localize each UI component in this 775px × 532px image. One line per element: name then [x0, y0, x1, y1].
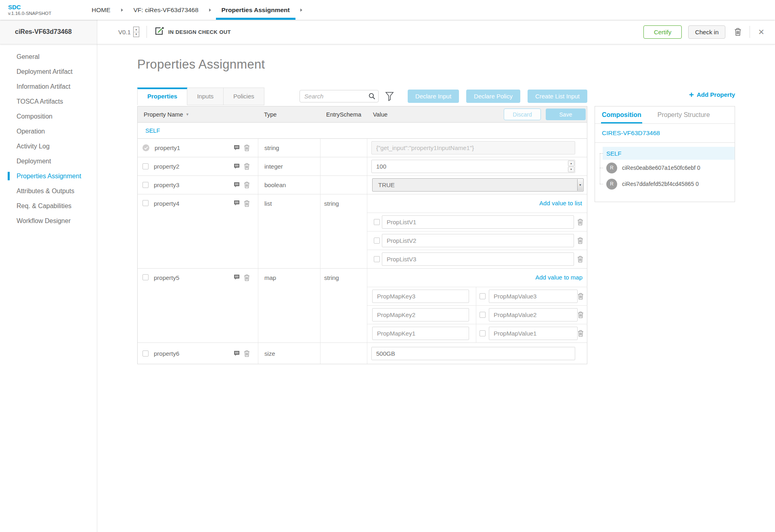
property-entryschema: string	[320, 194, 367, 268]
sdc-logo[interactable]: SDC v.1.16.0-SNAPSHOT	[8, 4, 75, 16]
comment-icon[interactable]	[234, 182, 240, 188]
sidebar-item-operation[interactable]: Operation	[0, 124, 97, 139]
tree-connector	[600, 153, 600, 184]
delete-property-icon[interactable]	[244, 200, 250, 207]
value-input[interactable]	[371, 347, 575, 360]
sidebar-item-activity-log[interactable]: Activity Log	[0, 139, 97, 154]
checkin-button[interactable]: Check in	[688, 25, 725, 39]
tab-inputs[interactable]: Inputs	[187, 88, 224, 105]
property-name-cell: property4	[138, 194, 258, 268]
delete-list-value-icon[interactable]	[577, 237, 583, 244]
delete-map-value-icon[interactable]	[578, 330, 584, 337]
tree-node-instance[interactable]: RciRes7ddafefd52bf4cd45865 0	[595, 176, 735, 192]
delete-property-icon[interactable]	[244, 163, 250, 170]
close-icon[interactable]: ✕	[758, 27, 765, 37]
filter-icon[interactable]	[385, 92, 394, 101]
sidebar-item-general[interactable]: General	[0, 49, 97, 64]
search-icon[interactable]	[369, 93, 375, 101]
map-value-checkbox[interactable]	[480, 293, 486, 299]
save-button[interactable]: Save	[546, 108, 586, 120]
column-property-name[interactable]: Property Name ▾	[138, 106, 258, 122]
delete-map-value-icon[interactable]	[578, 293, 584, 300]
add-value-to-map-link[interactable]: Add value to map	[535, 274, 582, 281]
spinner-down-icon[interactable]: ▼	[568, 167, 574, 172]
property-name-cell: property5	[138, 269, 258, 342]
comment-icon[interactable]	[234, 163, 240, 169]
tree-node-instance[interactable]: RciRes0eab8e607a1e50fc6ebf 0	[595, 160, 735, 176]
breadcrumb-item[interactable]: Properties Assignment	[216, 0, 295, 20]
tree-node-self[interactable]: SELF	[603, 147, 735, 160]
breadcrumb-item[interactable]: HOME	[86, 0, 116, 20]
row-checkbox[interactable]	[142, 163, 149, 169]
sidebar-item-attributes-outputs[interactable]: Attributes & Outputs	[0, 184, 97, 198]
sidebar-item-composition[interactable]: Composition	[0, 109, 97, 124]
list-value-input[interactable]	[382, 252, 574, 266]
discard-button[interactable]: Discard	[504, 108, 541, 120]
delete-property-icon[interactable]	[244, 144, 250, 151]
sidebar-item-properties-assignment[interactable]: Properties Assignment	[0, 169, 97, 184]
map-value-input[interactable]	[489, 290, 578, 303]
add-value-to-list-link[interactable]: Add value to list	[539, 200, 582, 207]
property-name-label: property2	[154, 163, 179, 170]
comment-icon[interactable]	[234, 200, 240, 206]
delete-property-icon[interactable]	[244, 350, 250, 357]
list-value-checkbox[interactable]	[374, 256, 380, 262]
list-value-input[interactable]	[382, 234, 574, 247]
add-property-button[interactable]: + Add Property	[689, 90, 735, 99]
list-value-input[interactable]	[382, 215, 574, 229]
delete-property-icon[interactable]	[244, 274, 250, 281]
breadcrumb-item[interactable]: VF: ciRes-VF63d73468	[128, 0, 204, 20]
list-value-row	[367, 213, 587, 231]
sidebar-item-deployment[interactable]: Deployment	[0, 154, 97, 169]
delete-property-icon[interactable]	[244, 182, 250, 188]
delete-list-value-icon[interactable]	[577, 219, 583, 225]
tab-policies[interactable]: Policies	[224, 88, 264, 105]
tab-properties[interactable]: Properties	[137, 88, 187, 105]
search-input[interactable]	[300, 90, 379, 102]
declare-input-button[interactable]: Declare Input	[408, 90, 459, 103]
delete-map-value-icon[interactable]	[578, 311, 584, 318]
comment-icon[interactable]	[234, 274, 240, 280]
properties-table: Property Name ▾ Type EntrySchema Value D…	[137, 106, 587, 364]
delete-icon[interactable]	[734, 28, 741, 36]
panel-tab-property-structure[interactable]: Property Structure	[658, 106, 710, 123]
sidebar-item-tosca-artifacts[interactable]: TOSCA Artifacts	[0, 94, 97, 109]
list-value-checkbox[interactable]	[374, 219, 380, 225]
delete-list-value-icon[interactable]	[577, 256, 583, 263]
comment-icon[interactable]	[234, 350, 240, 357]
row-checkbox[interactable]	[142, 350, 149, 357]
row-checkbox[interactable]	[142, 200, 149, 206]
spinner-up-icon[interactable]: ▲	[568, 161, 574, 166]
map-value-input[interactable]	[489, 327, 578, 340]
row-checkbox[interactable]	[142, 274, 149, 280]
map-key-input[interactable]	[372, 327, 469, 340]
panel-tab-composition[interactable]: Composition	[602, 106, 641, 123]
property-type: map	[258, 269, 320, 342]
sidebar-item-req-capabilities[interactable]: Req. & Capabilities	[0, 198, 97, 213]
property-entryschema	[320, 139, 367, 157]
create-list-input-button[interactable]: Create List Input	[528, 90, 587, 103]
sidebar-item-deployment-artifact[interactable]: Deployment Artifact	[0, 64, 97, 79]
property-value-cell: ▲▼	[367, 157, 587, 175]
group-row-self[interactable]: SELF	[138, 123, 587, 139]
version-selector[interactable]: ▲▼	[133, 27, 139, 37]
sidebar-item-workflow-designer[interactable]: Workflow Designer	[0, 213, 97, 228]
map-key-input[interactable]	[372, 308, 469, 321]
declare-policy-button[interactable]: Declare Policy	[466, 90, 520, 103]
map-value-checkbox[interactable]	[480, 312, 486, 318]
value-select[interactable]: TRUE▼	[372, 178, 584, 192]
comment-icon[interactable]	[234, 145, 240, 151]
certify-button[interactable]: Certify	[643, 25, 682, 39]
row-checkbox[interactable]	[142, 182, 149, 188]
breadcrumb-caret-icon	[300, 8, 302, 12]
sidebar-item-information-artifact[interactable]: Information Artifact	[0, 79, 97, 94]
map-value-input[interactable]	[489, 308, 578, 321]
number-spinner[interactable]: ▲▼	[568, 161, 574, 172]
map-key-input[interactable]	[372, 290, 469, 303]
list-value-checkbox[interactable]	[374, 238, 380, 244]
value-number-input[interactable]	[371, 160, 575, 173]
composition-tree: SELF RciRes0eab8e607a1e50fc6ebf 0RciRes7…	[595, 143, 735, 202]
map-value-checkbox[interactable]	[480, 330, 486, 336]
tree-node-label: ciRes0eab8e607a1e50fc6ebf 0	[622, 165, 700, 171]
component-name[interactable]: CIRES-VF63D73468	[595, 124, 735, 143]
